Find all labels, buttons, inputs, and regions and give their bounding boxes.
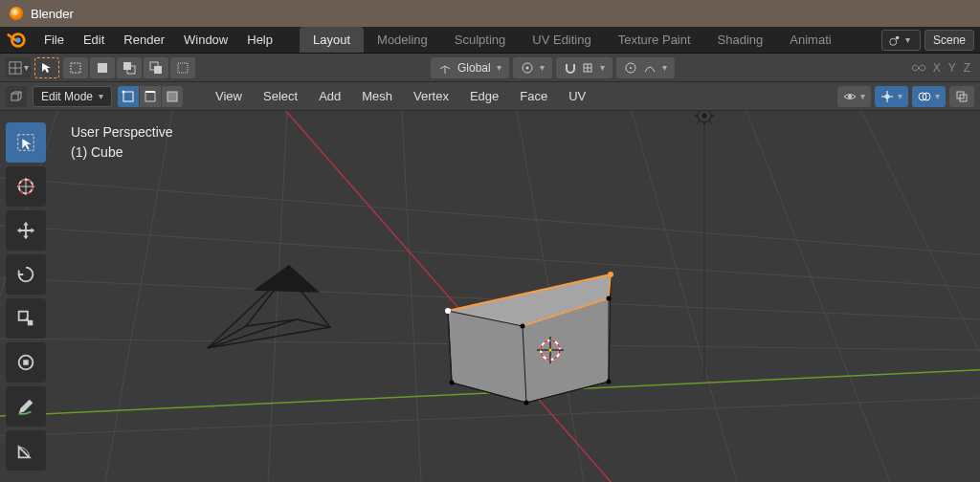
orientation-dropdown[interactable]: Global ▾ <box>431 57 509 78</box>
tool-select-box[interactable] <box>6 122 46 163</box>
svg-line-46 <box>402 111 421 482</box>
svg-point-28 <box>122 90 125 93</box>
toolbar-left <box>6 122 46 471</box>
gizmos-dropdown[interactable]: ▾ <box>875 86 908 107</box>
tab-modeling[interactable]: Modeling <box>364 27 441 53</box>
vertex-select-mode[interactable] <box>118 86 139 107</box>
vertex-menu[interactable]: Vertex <box>406 85 457 107</box>
viewport-info-overlay: User Perspective (1) Cube <box>71 122 173 163</box>
xray-icon <box>955 90 969 103</box>
svg-point-79 <box>608 272 613 277</box>
chevron-down-icon: ▾ <box>662 62 667 73</box>
menu-edit[interactable]: Edit <box>74 29 114 51</box>
axis-y-label[interactable]: Y <box>947 61 958 75</box>
tool-transform[interactable] <box>6 342 46 383</box>
svg-line-42 <box>0 398 980 436</box>
svg-line-38 <box>0 178 980 254</box>
tool-measure[interactable] <box>6 430 46 471</box>
viewport-header: Edit Mode ▾ View Select Add Mesh Vertex … <box>0 82 980 111</box>
xray-toggle[interactable] <box>949 86 974 107</box>
tab-sculpting[interactable]: Sculpting <box>441 27 519 53</box>
chevron-down-icon: ▾ <box>24 62 29 73</box>
overlay-icon <box>918 90 931 103</box>
select-tool-indicator[interactable] <box>34 57 59 78</box>
3d-viewport[interactable]: User Perspective (1) Cube <box>0 111 980 482</box>
menu-window[interactable]: Window <box>174 29 237 51</box>
cursor-3d-icon <box>15 176 36 197</box>
svg-point-15 <box>525 66 528 69</box>
edge-menu[interactable]: Edge <box>462 85 506 107</box>
grid-icon <box>9 61 22 75</box>
butterfly-icon[interactable] <box>910 59 927 77</box>
gizmo-axis-overlay: X Y Z <box>910 59 972 77</box>
tab-uv-editing[interactable]: UV Editing <box>519 27 604 53</box>
blender-app-icon[interactable] <box>6 30 27 51</box>
edge-icon <box>144 90 157 103</box>
tool-header: ▾ Global ▾ ▾ ▾ ▾ X Y Z <box>0 54 980 82</box>
scene-name-field[interactable]: Scene <box>924 30 974 51</box>
svg-point-78 <box>445 308 451 314</box>
tool-rotate[interactable] <box>6 254 46 295</box>
overlays-dropdown[interactable]: ▾ <box>912 86 946 107</box>
select-set-button[interactable] <box>63 57 88 78</box>
rect-solid-icon <box>96 61 109 75</box>
mesh-menu[interactable]: Mesh <box>354 85 400 107</box>
mode-label: Edit Mode <box>41 90 93 103</box>
menu-help[interactable]: Help <box>237 29 282 51</box>
wireframe-cube-icon <box>11 91 22 102</box>
svg-point-32 <box>848 95 852 99</box>
select-subtract-button[interactable] <box>117 57 142 78</box>
select-intersect-button[interactable] <box>144 57 168 78</box>
menu-file[interactable]: File <box>34 29 74 51</box>
face-menu[interactable]: Face <box>512 85 555 107</box>
svg-point-3 <box>896 35 900 39</box>
tab-shading[interactable]: Shading <box>704 27 777 53</box>
interaction-mode-dropdown[interactable]: Edit Mode ▾ <box>33 86 112 107</box>
editor-type-dropdown[interactable]: ▾ <box>6 57 31 78</box>
pivot-icon <box>521 61 534 75</box>
grid-small-icon <box>581 61 594 75</box>
header-right-controls: ▾ ▾ ▾ <box>837 86 974 107</box>
menu-render[interactable]: Render <box>114 29 174 51</box>
svg-point-82 <box>607 380 612 384</box>
chevron-down-icon: ▾ <box>905 34 910 45</box>
face-select-mode[interactable] <box>162 86 183 107</box>
axis-z-label[interactable]: Z <box>962 61 972 75</box>
select-menu[interactable]: Select <box>256 85 305 107</box>
edge-select-mode[interactable] <box>140 86 161 107</box>
tab-animation[interactable]: Animati <box>776 27 844 53</box>
uv-menu[interactable]: UV <box>561 85 593 107</box>
chevron-down-icon: ▾ <box>935 91 940 101</box>
view-menu[interactable]: View <box>208 85 250 107</box>
camera-object <box>208 266 330 348</box>
tool-annotate[interactable] <box>6 386 46 427</box>
add-menu[interactable]: Add <box>311 85 348 107</box>
scene-browse-dropdown[interactable]: ▾ <box>881 30 921 51</box>
cube-object <box>445 272 613 405</box>
pivot-dropdown[interactable]: ▾ <box>513 57 552 78</box>
scene-selector: ▾ Scene <box>881 30 974 51</box>
tab-layout[interactable]: Layout <box>300 27 364 53</box>
visibility-dropdown[interactable]: ▾ <box>837 86 871 107</box>
tab-texture-paint[interactable]: Texture Paint <box>605 27 704 53</box>
svg-rect-27 <box>123 92 133 101</box>
svg-line-50 <box>861 111 980 482</box>
tool-cursor[interactable] <box>6 166 46 207</box>
vertex-icon <box>122 90 135 103</box>
window-title: Blender <box>31 7 74 21</box>
editor-type-dropdown-2[interactable] <box>6 86 27 107</box>
tool-move[interactable] <box>6 210 46 251</box>
proportional-edit-dropdown[interactable]: ▾ <box>616 57 675 78</box>
snap-dropdown[interactable]: ▾ <box>556 57 612 78</box>
tool-scale[interactable] <box>6 298 46 339</box>
window-titlebar: Blender <box>0 0 980 27</box>
svg-line-48 <box>632 111 737 482</box>
chevron-down-icon: ▾ <box>99 91 103 101</box>
svg-rect-31 <box>167 92 177 101</box>
axis-x-label[interactable]: X <box>931 61 943 75</box>
pencil-icon <box>15 396 36 417</box>
select-invert-button[interactable] <box>170 57 195 78</box>
select-extend-button[interactable] <box>90 57 115 78</box>
svg-line-45 <box>268 111 287 482</box>
rects3-icon <box>176 61 189 75</box>
